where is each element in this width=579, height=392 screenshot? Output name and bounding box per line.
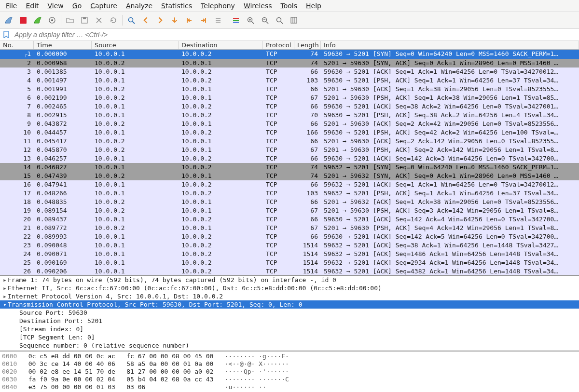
- shark-fin-icon[interactable]: [2, 14, 15, 27]
- column-header-destination[interactable]: Destination: [179, 41, 263, 49]
- cell-length: 66: [294, 180, 321, 189]
- menu-go[interactable]: Go: [69, 1, 85, 11]
- zoom-out-button[interactable]: [258, 14, 272, 27]
- open-file-button[interactable]: [63, 14, 77, 27]
- menu-tools[interactable]: Tools: [277, 1, 302, 11]
- restart-capture-button[interactable]: [31, 14, 44, 27]
- packet-row[interactable]: 160.04794110.0.0.110.0.0.2TCP6659632 → 5…: [0, 180, 579, 189]
- go-first-button[interactable]: [182, 14, 196, 27]
- go-last-button[interactable]: [197, 14, 210, 27]
- bookmark-filter-icon[interactable]: [2, 30, 11, 39]
- column-header-info[interactable]: Info: [321, 41, 579, 49]
- packet-row[interactable]: 190.08915410.0.0.210.0.0.1TCP675201 → 59…: [0, 206, 579, 215]
- menu-telephony[interactable]: Telephony: [197, 1, 239, 11]
- cell-no: 5: [0, 85, 34, 94]
- hex-row[interactable]: 0000 0c c5 e8 dd 00 00 0c ac fc 67 00 00…: [2, 352, 577, 360]
- column-header-time[interactable]: Time: [34, 41, 92, 49]
- colorize-button[interactable]: [229, 14, 243, 27]
- packet-row[interactable]: 240.09007110.0.0.110.0.0.2TCP151459632 →…: [0, 250, 579, 258]
- packet-row[interactable]: 120.04587010.0.0.210.0.0.1TCP675201 → 59…: [0, 146, 579, 154]
- packet-row[interactable]: 70.00246510.0.0.110.0.0.2TCP6659630 → 52…: [0, 102, 579, 111]
- packet-row[interactable]: 30.00138510.0.0.110.0.0.2TCP6659630 → 52…: [0, 68, 579, 76]
- expand-icon[interactable]: ▸: [2, 276, 8, 284]
- hex-row[interactable]: 0020 00 02 e8 ee 14 51 70 de 81 27 00 00…: [2, 368, 577, 376]
- go-to-packet-button[interactable]: [168, 14, 181, 27]
- column-header-source[interactable]: Source: [92, 41, 179, 49]
- packet-row[interactable]: 50.00199110.0.0.210.0.0.1TCP665201 → 596…: [0, 85, 579, 94]
- svg-rect-0: [20, 17, 27, 24]
- zoom-reset-button[interactable]: [273, 14, 286, 27]
- hex-row[interactable]: 0010 00 3c ce 14 40 00 40 06 58 a5 0a 00…: [2, 360, 577, 368]
- menu-edit[interactable]: Edit: [22, 1, 42, 11]
- packet-row[interactable]: 260.09020610.0.0.110.0.0.2TCP151459632 →…: [0, 267, 579, 275]
- hex-offset: 0020: [2, 368, 17, 375]
- packet-row[interactable]: 130.04625710.0.0.110.0.0.2TCP6659630 → 5…: [0, 154, 579, 163]
- menu-analyze[interactable]: Analyze: [122, 1, 156, 11]
- menu-statistics[interactable]: Statistics: [157, 1, 196, 11]
- packet-list[interactable]: ┌10.00000010.0.0.110.0.0.2TCP7459630 → 5…: [0, 50, 579, 275]
- cell-source: 10.0.0.1: [92, 258, 179, 267]
- find-button[interactable]: [124, 14, 138, 27]
- go-forward-button[interactable]: [153, 14, 167, 27]
- save-file-button[interactable]: [78, 14, 91, 27]
- detail-tcp-seglen[interactable]: [TCP Segment Len: 0]: [0, 333, 579, 341]
- packet-row[interactable]: 40.00149710.0.0.110.0.0.2TCP10359630 → 5…: [0, 76, 579, 85]
- packet-row[interactable]: 140.04682710.0.0.110.0.0.2TCP7459632 → 5…: [0, 163, 579, 172]
- detail-tcp-seqnum[interactable]: Sequence number: 0 (relative sequence nu…: [0, 341, 579, 350]
- menu-view[interactable]: View: [44, 1, 68, 11]
- packet-row[interactable]: 210.08977210.0.0.210.0.0.1TCP675201 → 59…: [0, 224, 579, 232]
- packet-row[interactable]: 170.04826610.0.0.110.0.0.2TCP10359632 → …: [0, 189, 579, 198]
- hex-row[interactable]: 0030 fa f0 9a 0e 00 00 02 04 05 b4 04 02…: [2, 376, 577, 383]
- packet-row[interactable]: 20.00096810.0.0.210.0.0.1TCP745201 → 596…: [0, 59, 579, 68]
- packet-row[interactable]: 180.04883510.0.0.210.0.0.1TCP665201 → 59…: [0, 198, 579, 206]
- packet-row[interactable]: 110.04541710.0.0.210.0.0.1TCP665201 → 59…: [0, 137, 579, 146]
- packet-row[interactable]: 60.00219910.0.0.210.0.0.1TCP675201 → 596…: [0, 94, 579, 102]
- detail-frame[interactable]: ▸Frame 1: 74 bytes on wire (592 bits), 7…: [0, 276, 579, 284]
- packet-row[interactable]: 100.04445710.0.0.110.0.0.2TCP16659630 → …: [0, 128, 579, 137]
- menu-file[interactable]: File: [2, 1, 21, 11]
- resize-columns-button[interactable]: [287, 14, 301, 27]
- stop-capture-button[interactable]: [16, 14, 30, 27]
- cell-protocol: TCP: [263, 180, 294, 189]
- cell-protocol: TCP: [263, 258, 294, 267]
- packet-row[interactable]: 90.04387210.0.0.210.0.0.1TCP665201 → 596…: [0, 120, 579, 128]
- cell-no: 11: [0, 137, 34, 146]
- auto-scroll-button[interactable]: [211, 14, 225, 27]
- display-filter-input[interactable]: [13, 30, 578, 40]
- packet-row[interactable]: 80.00291510.0.0.110.0.0.2TCP7059630 → 52…: [0, 111, 579, 120]
- zoom-in-button[interactable]: [244, 14, 257, 27]
- column-header-protocol[interactable]: Protocol: [263, 41, 294, 49]
- packet-row[interactable]: 220.08999310.0.0.110.0.0.2TCP6659630 → 5…: [0, 232, 579, 241]
- close-file-button[interactable]: [92, 14, 106, 27]
- column-header-no[interactable]: No.: [0, 41, 34, 49]
- cell-time: 0.090048: [34, 241, 92, 250]
- go-back-button[interactable]: [139, 14, 152, 27]
- cell-time: 0.089772: [34, 224, 92, 232]
- collapse-icon[interactable]: ▾: [2, 300, 8, 309]
- menu-wireless[interactable]: Wireless: [240, 1, 276, 11]
- detail-ip[interactable]: ▸Internet Protocol Version 4, Src: 10.0.…: [0, 292, 579, 300]
- cell-length: 66: [294, 154, 321, 163]
- hex-row[interactable]: 0040 e3 75 00 00 00 00 01 03 03 06 ·u···…: [2, 383, 577, 391]
- capture-options-button[interactable]: [45, 14, 59, 27]
- detail-tcp-stream[interactable]: [Stream index: 0]: [0, 325, 579, 333]
- packet-row[interactable]: 250.09016910.0.0.110.0.0.2TCP151459632 →…: [0, 258, 579, 267]
- detail-tcp[interactable]: ▾Transmission Control Protocol, Src Port…: [0, 300, 579, 309]
- packet-bytes-pane[interactable]: 0000 0c c5 e8 dd 00 00 0c ac fc 67 00 00…: [0, 351, 579, 392]
- menu-help[interactable]: Help: [302, 1, 325, 11]
- detail-tcp-srcport[interactable]: Source Port: 59630: [0, 309, 579, 317]
- packet-row[interactable]: ┌10.00000010.0.0.110.0.0.2TCP7459630 → 5…: [0, 50, 579, 59]
- expand-icon[interactable]: ▸: [2, 292, 8, 300]
- packet-details-pane[interactable]: ▸Frame 1: 74 bytes on wire (592 bits), 7…: [0, 275, 579, 351]
- cell-no: 17: [0, 189, 34, 198]
- packet-row[interactable]: 150.04743910.0.0.210.0.0.1TCP745201 → 59…: [0, 172, 579, 180]
- menu-capture[interactable]: Capture: [86, 1, 121, 11]
- expand-icon[interactable]: ▸: [2, 284, 8, 292]
- reload-button[interactable]: [107, 14, 120, 27]
- detail-ethernet[interactable]: ▸Ethernet II, Src: 0c:ac:fc:67:00:00 (0c…: [0, 284, 579, 292]
- column-header-length[interactable]: Length: [294, 41, 321, 49]
- cell-time: 0.048835: [34, 198, 92, 206]
- packet-row[interactable]: 230.09004810.0.0.110.0.0.2TCP151459632 →…: [0, 241, 579, 250]
- packet-row[interactable]: 200.08943710.0.0.110.0.0.2TCP6659630 → 5…: [0, 215, 579, 224]
- detail-tcp-dstport[interactable]: Destination Port: 5201: [0, 317, 579, 325]
